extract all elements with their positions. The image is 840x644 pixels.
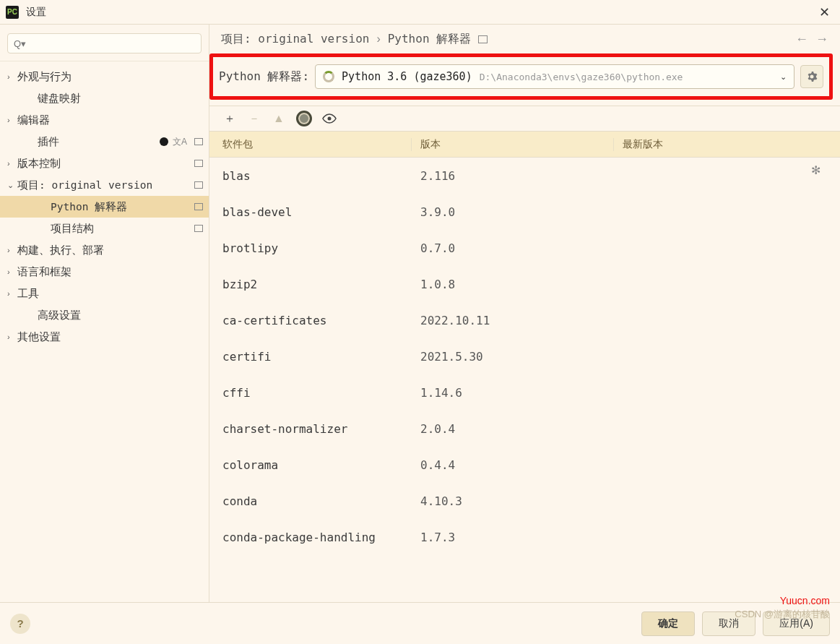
add-package-button[interactable]: ＋	[222, 111, 237, 126]
package-version: 2.116	[412, 169, 614, 183]
package-name: colorama	[209, 458, 412, 472]
sidebar-item-10[interactable]: ›工具	[0, 283, 209, 304]
sidebar-item-label: 语言和框架	[17, 265, 203, 279]
package-name: cffi	[209, 386, 412, 400]
svg-point-0	[328, 117, 332, 121]
sidebar-item-label: 工具	[17, 287, 203, 301]
app-icon: PC	[6, 6, 19, 19]
ok-button[interactable]: 确定	[641, 611, 695, 636]
package-name: brotlipy	[209, 241, 412, 255]
bottom-bar: ? 确定 取消 应用(A)	[0, 602, 840, 644]
sidebar-item-8[interactable]: ›构建、执行、部署	[0, 239, 209, 261]
package-row[interactable]: certifi2021.5.30	[209, 338, 840, 374]
package-row[interactable]: bzip21.0.8	[209, 266, 840, 302]
chevron-right-icon: ›	[7, 72, 17, 81]
watermark-csdn: CSDN @游离的核苷酸	[735, 608, 830, 621]
content-panel: 项目: original version › Python 解释器 ← → Py…	[209, 25, 840, 602]
eye-icon	[322, 113, 337, 124]
sidebar: ›外观与行为键盘映射›编辑器插件文A›版本控制⌄项目: original ver…	[0, 25, 209, 602]
breadcrumb-project[interactable]: 项目: original version	[221, 32, 369, 47]
package-row[interactable]: blas2.116	[209, 158, 840, 194]
sidebar-item-0[interactable]: ›外观与行为	[0, 66, 209, 87]
upgrade-package-button[interactable]: ▲	[272, 111, 286, 126]
settings-tree: ›外观与行为键盘映射›编辑器插件文A›版本控制⌄项目: original ver…	[0, 61, 209, 602]
help-button[interactable]: ?	[10, 614, 30, 634]
conda-toggle-icon[interactable]	[296, 111, 312, 126]
package-name: ca-certificates	[209, 314, 412, 327]
package-name: bzip2	[209, 278, 412, 291]
sidebar-item-2[interactable]: ›编辑器	[0, 109, 209, 131]
nav-forward-icon[interactable]: →	[815, 32, 828, 47]
package-version: 3.9.0	[412, 205, 614, 219]
sidebar-item-7[interactable]: 项目结构	[0, 218, 209, 239]
chevron-right-icon: ›	[7, 116, 17, 124]
interpreter-settings-button[interactable]	[800, 65, 823, 88]
project-scope-icon	[194, 138, 203, 145]
column-header-version[interactable]: 版本	[412, 138, 614, 151]
interpreter-dropdown[interactable]: Python 3.6 (gaze360) D:\Anaconda3\envs\g…	[315, 64, 794, 89]
package-row[interactable]: charset-normalizer2.0.4	[209, 411, 840, 447]
package-name: charset-normalizer	[209, 422, 412, 436]
project-scope-icon	[478, 35, 488, 43]
nav-back-icon[interactable]: ←	[795, 32, 808, 47]
sidebar-item-11[interactable]: 高级设置	[0, 304, 209, 326]
sidebar-item-12[interactable]: ›其他设置	[0, 326, 209, 348]
update-dot-icon	[160, 137, 168, 146]
sidebar-item-label: 键盘映射	[38, 92, 203, 106]
language-icon: 文A	[173, 136, 187, 148]
sidebar-item-label: 项目结构	[51, 222, 191, 236]
package-toolbar: ＋ － ▲	[209, 106, 840, 132]
project-scope-icon	[194, 160, 203, 167]
sidebar-item-label: 构建、执行、部署	[17, 244, 203, 257]
sidebar-item-label: 高级设置	[38, 309, 203, 322]
interpreter-path: D:\Anaconda3\envs\gaze360\python.exe	[480, 72, 683, 82]
titlebar: PC 设置 ✕	[0, 0, 840, 25]
project-scope-icon	[194, 181, 203, 189]
package-table-body[interactable]: ✻ blas2.116blas-devel3.9.0brotlipy0.7.0b…	[209, 158, 840, 602]
interpreter-label: Python 解释器:	[219, 69, 309, 85]
close-icon[interactable]: ✕	[815, 4, 834, 20]
sidebar-item-label: 其他设置	[17, 330, 203, 344]
package-version: 0.7.0	[412, 241, 614, 255]
loading-spinner-icon	[323, 71, 334, 82]
search-input[interactable]	[7, 33, 202, 53]
remove-package-button[interactable]: －	[247, 111, 261, 126]
chevron-down-icon: ⌄	[780, 72, 787, 82]
breadcrumb-separator: ›	[376, 33, 380, 46]
package-name: blas	[209, 169, 412, 183]
chevron-right-icon: ›	[7, 267, 17, 276]
sidebar-item-4[interactable]: ›版本控制	[0, 153, 209, 174]
sidebar-item-label: 插件	[38, 135, 160, 149]
chevron-right-icon: ›	[7, 159, 17, 168]
sidebar-item-9[interactable]: ›语言和框架	[0, 261, 209, 283]
package-name: certifi	[209, 350, 412, 364]
interpreter-name: Python 3.6 (gaze360)	[342, 70, 472, 83]
package-version: 2022.10.11	[412, 314, 614, 327]
package-version: 1.0.8	[412, 278, 614, 291]
package-name: conda-package-handling	[209, 531, 412, 544]
sidebar-item-label: 外观与行为	[17, 70, 203, 84]
sidebar-item-label: Python 解释器	[51, 200, 191, 214]
package-row[interactable]: ca-certificates2022.10.11	[209, 302, 840, 338]
package-row[interactable]: brotlipy0.7.0	[209, 230, 840, 266]
package-row[interactable]: blas-devel3.9.0	[209, 194, 840, 230]
show-early-releases-button[interactable]	[322, 111, 337, 126]
sidebar-item-1[interactable]: 键盘映射	[0, 87, 209, 109]
package-version: 0.4.4	[412, 458, 614, 472]
package-row[interactable]: conda4.10.3	[209, 483, 840, 519]
package-row[interactable]: cffi1.14.6	[209, 374, 840, 411]
package-table-header: 软件包 版本 最新版本	[209, 132, 840, 158]
breadcrumb-page: Python 解释器	[388, 32, 471, 47]
chevron-down-icon: ⌄	[7, 181, 17, 190]
sidebar-item-label: 项目: original version	[17, 179, 191, 192]
package-row[interactable]: colorama0.4.4	[209, 447, 840, 483]
column-header-latest[interactable]: 最新版本	[614, 138, 840, 151]
package-row[interactable]: conda-package-handling1.7.3	[209, 519, 840, 555]
column-header-name[interactable]: 软件包	[209, 138, 412, 151]
package-version: 4.10.3	[412, 494, 614, 508]
package-version: 1.14.6	[412, 386, 614, 400]
table-loading-icon: ✻	[811, 163, 824, 176]
sidebar-item-6[interactable]: Python 解释器	[0, 196, 209, 218]
sidebar-item-3[interactable]: 插件文A	[0, 131, 209, 153]
sidebar-item-5[interactable]: ⌄项目: original version	[0, 174, 209, 196]
